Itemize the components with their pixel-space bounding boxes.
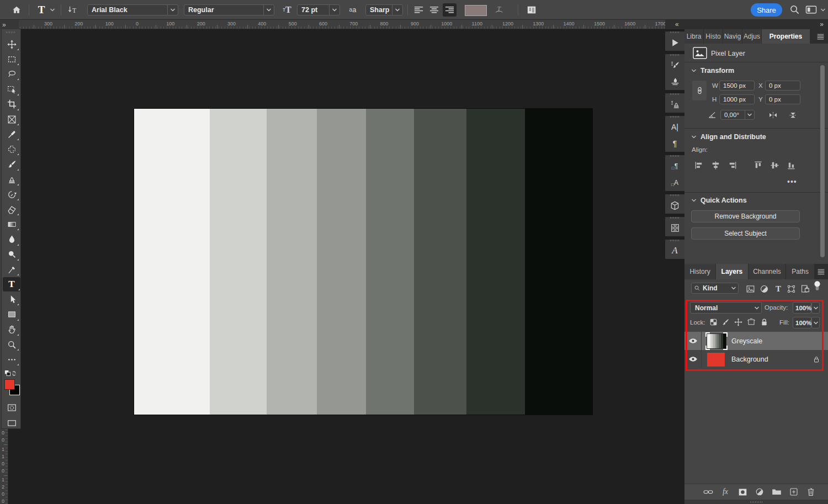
chevron-down-icon[interactable]	[745, 110, 754, 119]
eraser-tool[interactable]	[4, 202, 19, 216]
type-filter-icon[interactable]: T	[773, 284, 783, 294]
tab-properties[interactable]: Properties	[762, 29, 810, 44]
pattern-panel-icon[interactable]	[665, 220, 684, 236]
swap-colors-icon[interactable]	[4, 369, 19, 377]
align-vertical-centers-button[interactable]	[769, 160, 780, 171]
align-bottom-edges-button[interactable]	[786, 160, 797, 171]
shape-filter-icon[interactable]	[786, 284, 796, 294]
new-group-button[interactable]	[772, 487, 782, 497]
remove-background-button[interactable]: Remove Background	[691, 210, 800, 222]
expand-panels-icon[interactable]: »	[820, 20, 824, 28]
hand-tool[interactable]	[4, 322, 19, 337]
layer-effects-button[interactable]: fx	[720, 487, 730, 497]
transform-header[interactable]: Transform	[691, 67, 734, 75]
tab-navig[interactable]: Navig	[723, 29, 742, 44]
eyedropper-tool[interactable]	[4, 127, 19, 141]
tab-history[interactable]: History	[684, 264, 716, 279]
toggle-panels-icon[interactable]	[523, 0, 540, 19]
path-selection-tool[interactable]	[4, 292, 19, 306]
select-subject-button[interactable]: Select Subject	[691, 227, 800, 240]
brush-tool[interactable]	[4, 157, 19, 172]
new-layer-button[interactable]	[789, 487, 799, 497]
filter-toggle[interactable]	[814, 280, 821, 292]
pen-tool[interactable]	[4, 262, 19, 277]
blur-tool[interactable]	[4, 232, 19, 247]
tab-libra[interactable]: Libra	[684, 29, 704, 44]
flip-horizontal-button[interactable]	[768, 110, 778, 120]
flip-vertical-button[interactable]	[788, 110, 798, 120]
quick-mask-button[interactable]	[4, 400, 19, 415]
tab-adjus[interactable]: Adjus	[742, 29, 762, 44]
foreground-color-chip[interactable]	[4, 379, 15, 390]
align-horizontal-centers-button[interactable]	[710, 160, 721, 171]
properties-menu-icon[interactable]	[813, 29, 828, 44]
panel-group-grip[interactable]	[670, 116, 680, 118]
align-right-edges-button[interactable]	[727, 160, 737, 171]
align-center-button[interactable]	[427, 3, 441, 17]
workspace-icon[interactable]	[804, 0, 818, 19]
tab-layers[interactable]: Layers	[716, 264, 748, 279]
align-left-edges-button[interactable]	[694, 160, 704, 171]
panel-group-grip[interactable]	[670, 240, 680, 241]
zoom-tool[interactable]	[4, 337, 19, 352]
type-tool[interactable]: T	[3, 277, 20, 291]
toolbar-grip[interactable]	[6, 31, 16, 33]
panel-group-grip[interactable]	[670, 54, 680, 56]
tab-paths[interactable]: Paths	[786, 264, 814, 279]
mixer-brush-icon[interactable]	[665, 73, 684, 90]
add-mask-button[interactable]	[737, 487, 747, 497]
y-field[interactable]: 0 px	[765, 94, 800, 104]
glyphs-panel-icon[interactable]: A	[665, 242, 684, 259]
frame-tool[interactable]	[4, 112, 19, 126]
dodge-tool[interactable]	[4, 247, 19, 262]
link-dimensions-button[interactable]	[692, 81, 707, 100]
align-top-edges-button[interactable]	[753, 160, 763, 171]
rectangle-tool[interactable]	[4, 307, 19, 322]
history-brush-tool[interactable]	[4, 187, 19, 201]
patch-healing-tool[interactable]	[4, 142, 19, 156]
character-panel-icon[interactable]: A|	[665, 119, 684, 135]
anti-alias-select[interactable]: Sharp	[365, 4, 403, 15]
paragraph-panel-icon[interactable]: ¶	[665, 135, 684, 152]
panel-group-grip[interactable]	[670, 93, 680, 95]
x-field[interactable]: 0 px	[765, 81, 800, 91]
kind-filter-select[interactable]: Kind	[691, 283, 739, 294]
width-field[interactable]: 1500 px	[719, 81, 755, 91]
expand-toolbar-icon[interactable]: »	[2, 21, 6, 29]
panel-group-grip[interactable]	[670, 31, 680, 33]
clone-source-icon[interactable]	[665, 96, 684, 113]
lasso-tool[interactable]	[4, 67, 19, 81]
type-tool-chevron-icon[interactable]	[49, 0, 56, 19]
tab-channels[interactable]: Channels	[749, 264, 787, 279]
rectangular-marquee-tool[interactable]	[4, 52, 19, 66]
warp-text-icon[interactable]: T	[492, 0, 507, 19]
move-tool[interactable]	[4, 37, 19, 51]
font-family-select[interactable]: Arial Black	[87, 4, 178, 15]
character-styles-icon[interactable]: □A	[665, 174, 684, 191]
panel-group-grip[interactable]	[670, 217, 680, 219]
collapse-panels-icon[interactable]: «	[675, 20, 679, 28]
link-layers-button[interactable]	[703, 487, 713, 497]
type-tool-button[interactable]: T	[33, 0, 50, 19]
actions-play-icon[interactable]	[665, 34, 684, 51]
gradient-tool[interactable]	[4, 217, 19, 231]
brush-settings-icon[interactable]	[665, 57, 684, 73]
crop-tool[interactable]	[4, 97, 19, 112]
quick-actions-header[interactable]: Quick Actions	[691, 197, 747, 204]
properties-scrollbar[interactable]	[820, 65, 825, 257]
image-filter-icon[interactable]	[745, 284, 755, 294]
height-field[interactable]: 1000 px	[719, 94, 755, 104]
horizontal-ruler[interactable]: 3002001000100200300400500600700800900100…	[19, 20, 665, 29]
object-selection-tool[interactable]	[4, 82, 19, 97]
clone-stamp-tool[interactable]	[4, 172, 19, 187]
panel-group-grip[interactable]	[670, 155, 680, 157]
align-distribute-header[interactable]: Align and Distribute	[691, 133, 766, 141]
paragraph-styles-icon[interactable]: □¶	[665, 158, 684, 174]
font-style-select[interactable]: Regular	[184, 4, 274, 15]
type-orientation-icon[interactable]: T	[65, 0, 81, 19]
smart-object-filter-icon[interactable]	[800, 284, 810, 294]
align-right-button[interactable]	[443, 3, 457, 17]
font-size-select[interactable]: 72 pt	[297, 4, 340, 15]
search-icon[interactable]	[788, 0, 801, 19]
workspace-chevron-icon[interactable]	[819, 0, 827, 19]
